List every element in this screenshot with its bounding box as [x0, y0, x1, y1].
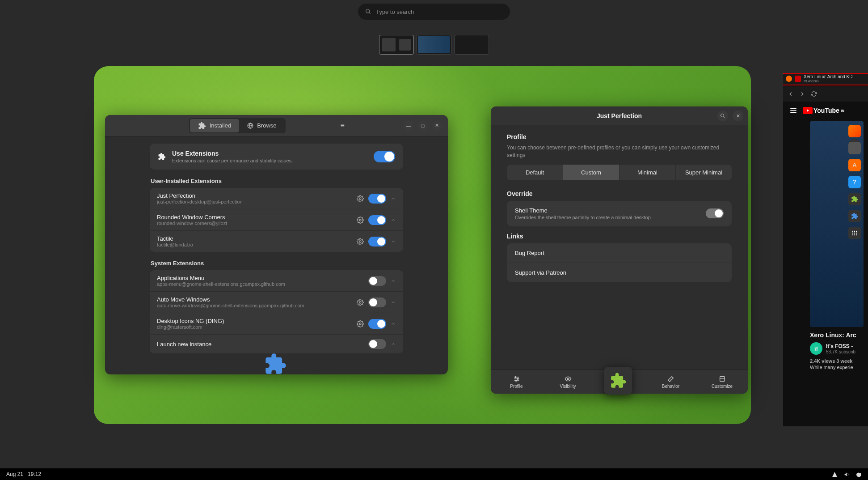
profile-custom[interactable]: Custom — [563, 165, 619, 180]
workspace-thumb-3[interactable] — [454, 35, 489, 55]
chevron-up-icon[interactable] — [391, 300, 396, 305]
section-user-installed: User-Installed Extensions — [151, 178, 403, 184]
nav-behavior[interactable]: Behavior — [645, 370, 696, 394]
extension-id: tactile@lundal.io — [157, 242, 352, 247]
gear-icon[interactable] — [357, 217, 364, 224]
jp-headerbar: Just Perfection ✕ — [491, 106, 748, 125]
maximize-button[interactable]: □ — [417, 120, 428, 131]
youtube-header: YouTubeIN — [783, 102, 868, 119]
just-perfection-app-icon[interactable] — [604, 367, 632, 395]
notif-status: PLAYING — [804, 79, 853, 83]
channel-name: It's FOSS - — [826, 343, 855, 349]
extension-row: Applications Menuapps-menu@gnome-shell-e… — [150, 270, 403, 292]
close-button[interactable]: ✕ — [432, 120, 442, 131]
svg-line-1 — [369, 13, 371, 14]
chevron-up-icon[interactable] — [391, 321, 396, 327]
extension-toggle[interactable] — [368, 276, 386, 286]
svg-point-17 — [567, 378, 569, 380]
links-heading: Links — [507, 233, 732, 240]
youtube-window: Xero Linux: Arch and KD PLAYING YouTubeI… — [783, 73, 868, 426]
profile-super-minimal[interactable]: Super Minimal — [676, 165, 732, 180]
tab-installed[interactable]: Installed — [190, 119, 239, 132]
extension-toggle[interactable] — [368, 194, 386, 204]
eye-icon — [565, 375, 572, 382]
extension-id: rounded-window-corners@yilozt — [157, 221, 352, 226]
shell-theme-sub: Overrides the shell theme partially to c… — [515, 215, 706, 220]
jp-search-button[interactable] — [717, 110, 728, 121]
hamburger-icon[interactable] — [789, 106, 797, 115]
gear-icon[interactable] — [357, 238, 364, 245]
forward-icon[interactable] — [799, 91, 805, 97]
jp-close-button[interactable]: ✕ — [733, 110, 743, 121]
network-icon[interactable] — [832, 472, 838, 477]
extension-toggle[interactable] — [368, 297, 386, 307]
chevron-up-icon[interactable] — [391, 196, 396, 201]
link-patreon[interactable]: Support via Patreon — [507, 263, 732, 282]
browser-toolbar — [783, 86, 868, 102]
software-dock-icon: A — [848, 159, 861, 171]
reload-icon[interactable] — [811, 91, 817, 97]
extension-name: Tactile — [157, 235, 352, 242]
svg-point-0 — [366, 9, 370, 13]
activities-search[interactable]: Type to search — [358, 4, 510, 20]
chevron-up-icon[interactable] — [391, 217, 396, 223]
profile-minimal[interactable]: Minimal — [619, 165, 676, 180]
back-icon[interactable] — [788, 91, 794, 97]
workspace-thumb-1[interactable] — [379, 35, 414, 55]
video-title: Xero Linux: Arc — [810, 331, 868, 339]
panel-date[interactable]: Aug 21 — [6, 471, 23, 477]
nav-customize[interactable]: Customize — [696, 370, 748, 394]
sliders-icon — [513, 375, 520, 382]
extension-toggle[interactable] — [368, 237, 386, 246]
extension-name: Launch new instance — [157, 341, 352, 348]
minimize-button[interactable]: — — [403, 120, 414, 131]
palette-icon — [719, 375, 726, 382]
extension-toggle[interactable] — [368, 319, 386, 329]
extension-row: Auto Move Windowsauto-move-windows@gnome… — [150, 292, 403, 313]
chevron-up-icon[interactable] — [391, 278, 396, 284]
svg-point-7 — [359, 302, 361, 303]
notif-title: Xero Linux: Arch and KD — [804, 74, 853, 79]
panel-time[interactable]: 19:12 — [28, 471, 41, 477]
workspace-thumb-2[interactable] — [417, 35, 451, 55]
gear-icon[interactable] — [357, 320, 364, 327]
extension-toggle[interactable] — [368, 215, 386, 225]
extension-toggle[interactable] — [368, 339, 386, 349]
nav-visibility[interactable]: Visibility — [542, 370, 594, 394]
override-heading: Override — [507, 190, 732, 197]
chevron-up-icon[interactable] — [391, 239, 396, 244]
menu-button[interactable]: ≡ — [337, 120, 348, 131]
ext-green-dock-icon — [848, 193, 861, 205]
power-icon[interactable] — [856, 472, 862, 477]
extensions-window: Installed Browse ≡ — □ ✕ Use Extensions … — [105, 115, 448, 374]
video-thumbnail[interactable]: ▲ A ? — [810, 121, 864, 327]
desktop-dock: A ? — [847, 125, 862, 239]
apps-grid-dock-icon — [848, 227, 861, 239]
gear-icon[interactable] — [357, 195, 364, 202]
channel-row[interactable]: if It's FOSS - 53.7K subscrib — [810, 342, 868, 355]
channel-avatar: if — [810, 342, 822, 355]
firefox-icon — [786, 76, 792, 82]
nav-profile[interactable]: Profile — [491, 370, 542, 394]
media-notification[interactable]: Xero Linux: Arch and KD PLAYING — [783, 73, 868, 85]
gear-icon[interactable] — [357, 299, 364, 306]
video-description: While many experie — [810, 365, 868, 370]
search-icon — [365, 8, 371, 15]
wand-icon — [667, 375, 674, 382]
volume-icon[interactable] — [844, 472, 850, 477]
section-system: System Extensions — [151, 260, 403, 267]
extension-row: Desktop Icons NG (DING)ding@rastersoft.c… — [150, 313, 403, 335]
help-dock-icon: ? — [848, 176, 861, 188]
extension-name: Applications Menu — [157, 275, 352, 281]
extension-row: Tactiletactile@lundal.io — [150, 231, 403, 252]
link-bug-report[interactable]: Bug Report — [507, 243, 732, 263]
use-extensions-toggle[interactable] — [374, 151, 395, 162]
chevron-up-icon[interactable] — [391, 341, 396, 347]
tab-browse[interactable]: Browse — [239, 119, 284, 132]
shell-theme-toggle[interactable] — [706, 208, 724, 218]
extensions-app-icon[interactable] — [264, 353, 287, 376]
svg-point-30 — [852, 234, 853, 235]
youtube-logo[interactable]: YouTubeIN — [803, 107, 844, 114]
svg-point-16 — [515, 380, 517, 381]
profile-default[interactable]: Default — [507, 165, 563, 180]
